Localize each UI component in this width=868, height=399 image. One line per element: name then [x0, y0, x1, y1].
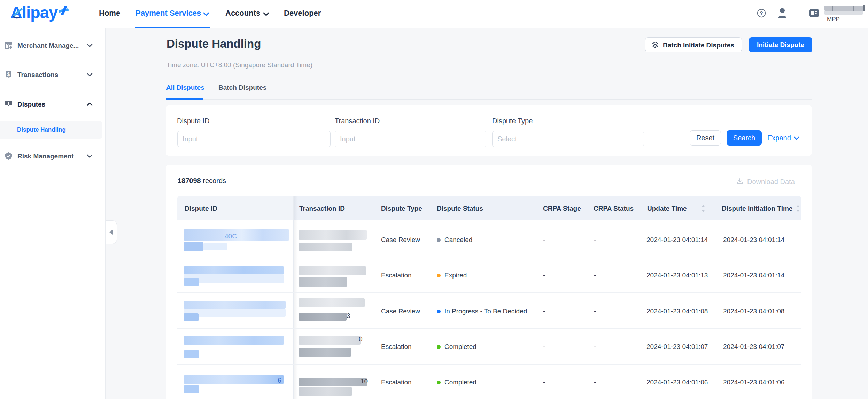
svg-text:$: $	[7, 71, 10, 77]
svg-text:?: ?	[760, 10, 763, 16]
